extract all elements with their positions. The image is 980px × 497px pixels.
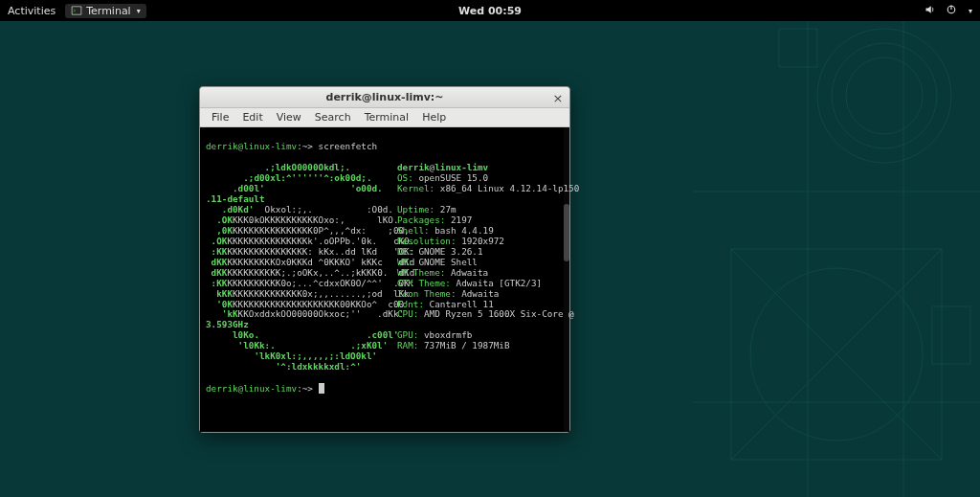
sysinfo-label: DE: bbox=[397, 246, 413, 257]
screenfetch-output: .;ldkO0000Okdl;.derrik@linux-limv .;d00x… bbox=[206, 163, 564, 373]
menu-search[interactable]: Search bbox=[309, 109, 357, 125]
entered-command: screenfetch bbox=[319, 141, 378, 151]
sysinfo-line: Kernel: x86_64 Linux 4.12.14-lp150 bbox=[397, 184, 579, 194]
ascii-art-line: '^:ldxkkkkxdl:^' bbox=[206, 362, 397, 373]
svg-point-6 bbox=[750, 268, 923, 441]
sysinfo-label: WM Theme: bbox=[397, 267, 445, 278]
sysinfo-label: CPU: bbox=[397, 308, 418, 319]
sysinfo-line: CPU: AMD Ryzen 5 1600X Six-Core @ bbox=[397, 309, 574, 320]
sysinfo-value: 27m bbox=[434, 204, 456, 215]
terminal-scrollbar[interactable] bbox=[564, 127, 569, 432]
sysinfo-value: 1920x972 bbox=[457, 236, 504, 246]
svg-line-4 bbox=[731, 249, 942, 460]
sysinfo-value: Adwaita bbox=[445, 267, 488, 278]
svg-point-2 bbox=[846, 57, 923, 134]
window-title: derrik@linux-limv:~ bbox=[200, 91, 569, 103]
menu-terminal[interactable]: Terminal bbox=[359, 109, 415, 125]
sysinfo-value: 737MiB / 1987MiB bbox=[418, 340, 509, 350]
gnome-topbar: Activities Terminal ▾ Wed 00:59 ▾ bbox=[0, 0, 980, 21]
clock[interactable]: Wed 00:59 bbox=[458, 5, 522, 17]
sysinfo-label: Resolution: bbox=[397, 236, 457, 246]
volume-icon[interactable] bbox=[924, 4, 936, 18]
sysinfo-value: 2197 bbox=[445, 215, 472, 225]
close-icon: × bbox=[553, 91, 564, 105]
sysinfo-value: Adwaita [GTK2/3] bbox=[451, 278, 542, 288]
terminal-cursor bbox=[319, 383, 324, 394]
sysinfo-label: RAM: bbox=[397, 340, 418, 350]
screenfetch-row: '^:ldxkkkkxdl:^' bbox=[206, 362, 564, 373]
menu-edit[interactable]: Edit bbox=[236, 109, 268, 125]
screenfetch-row: 'kKKKOxddxkOO00000Okxoc;'' .dKk'CPU: AMD… bbox=[206, 309, 564, 320]
sysinfo-value: openSUSE 15.0 bbox=[413, 172, 488, 183]
sysinfo-label: Packages: bbox=[397, 215, 445, 225]
svg-rect-12 bbox=[932, 306, 970, 364]
sysinfo-value: GNOME Shell bbox=[413, 257, 478, 267]
svg-rect-11 bbox=[779, 29, 817, 67]
wallpaper-blueprint bbox=[693, 0, 980, 497]
system-menu-chevron-icon[interactable]: ▾ bbox=[969, 7, 972, 15]
sysinfo-value: vboxdrmfb bbox=[418, 329, 472, 340]
sysinfo-label: Font: bbox=[397, 299, 424, 309]
prompt-user-host: derrik@linux-limv bbox=[206, 141, 297, 151]
chevron-down-icon: ▾ bbox=[137, 7, 141, 15]
sysinfo-label: WM: bbox=[397, 257, 413, 267]
terminal-app-icon bbox=[71, 5, 82, 16]
sysinfo-value: bash 4.4.19 bbox=[430, 225, 494, 236]
sysinfo-label: OS: bbox=[397, 172, 413, 183]
sysinfo-value: Adwaita bbox=[457, 288, 500, 299]
sysinfo-line bbox=[397, 362, 564, 373]
sysinfo-value: AMD Ryzen 5 1600X Six-Core @ bbox=[418, 308, 573, 319]
svg-rect-3 bbox=[731, 249, 942, 460]
sysinfo-label: Shell: bbox=[397, 225, 430, 236]
prompt-suffix: :~> bbox=[297, 141, 313, 151]
window-titlebar[interactable]: derrik@linux-limv:~ × bbox=[200, 87, 569, 108]
menu-help[interactable]: Help bbox=[416, 109, 452, 125]
sysinfo-label: GTK Theme: bbox=[397, 278, 451, 288]
menu-file[interactable]: File bbox=[206, 109, 234, 125]
window-close-button[interactable]: × bbox=[550, 90, 566, 105]
menu-view[interactable]: View bbox=[271, 109, 307, 125]
sysinfo-value: Cantarell 11 bbox=[424, 299, 494, 309]
sysinfo-value: x86_64 Linux 4.12.14-lp150 bbox=[434, 183, 579, 193]
scrollbar-thumb[interactable] bbox=[564, 204, 569, 261]
menubar: File Edit View Search Terminal Help bbox=[200, 108, 569, 127]
activities-button[interactable]: Activities bbox=[8, 5, 56, 17]
active-app-label: Terminal bbox=[86, 5, 131, 17]
next-prompt-line: derrik@linux-limv:~> bbox=[206, 383, 564, 395]
sysinfo-label: Icon Theme: bbox=[397, 288, 457, 299]
svg-line-5 bbox=[731, 249, 942, 460]
sysinfo-line: RAM: 737MiB / 1987MiB bbox=[397, 341, 564, 351]
prompt-line: derrik@linux-limv:~> screenfetch bbox=[206, 142, 564, 152]
sysinfo-label: Uptime: bbox=[397, 204, 434, 215]
svg-point-0 bbox=[817, 29, 951, 163]
terminal-viewport[interactable]: derrik@linux-limv:~> screenfetch .;ldkO0… bbox=[200, 127, 569, 432]
sysinfo-line bbox=[397, 351, 564, 362]
sysinfo-value: GNOME 3.26.1 bbox=[413, 246, 483, 257]
terminal-window: derrik@linux-limv:~ × File Edit View Sea… bbox=[199, 86, 570, 433]
power-icon[interactable] bbox=[946, 4, 957, 18]
svg-point-1 bbox=[832, 43, 937, 148]
active-app-menu[interactable]: Terminal ▾ bbox=[65, 4, 146, 18]
svg-rect-14 bbox=[73, 7, 81, 14]
sysinfo-label: GPU: bbox=[397, 329, 418, 340]
sysinfo-label: Kernel: bbox=[397, 183, 434, 193]
